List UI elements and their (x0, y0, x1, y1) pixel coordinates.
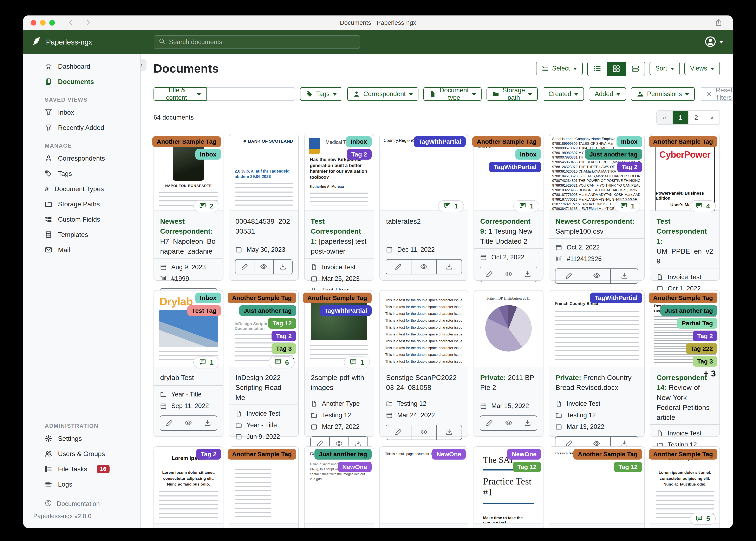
document-card[interactable]: Contact Sheet DemoGiven a set of image f… (304, 446, 374, 528)
tag-another-sample-tag[interactable]: Another Sample Tag (649, 136, 717, 147)
tag-tag-222[interactable]: Tag 222 (686, 343, 718, 354)
sidebar-item-settings[interactable]: Settings (23, 431, 140, 446)
pagination-prev-button[interactable]: « (657, 111, 672, 124)
sidebar-item-document-types[interactable]: #Document Types (23, 181, 140, 197)
correspondent-prefix[interactable]: Test Correspondent 1: (657, 217, 707, 245)
sidebar-item-file-tasks[interactable]: File Tasks16 (23, 461, 140, 477)
document-card[interactable]: This is a test for the double space char… (379, 290, 468, 437)
tag-inbox[interactable]: Inbox (346, 136, 372, 147)
edit-button[interactable] (555, 269, 583, 283)
tag-another-sample-tag[interactable]: Another Sample Tag (303, 292, 372, 303)
download-button[interactable] (610, 269, 638, 283)
tag-just-another-tag[interactable]: Just another tag (239, 305, 296, 316)
document-card[interactable]: This is a testAnother Sample TagTag 12 (549, 446, 645, 528)
tag-another-sample-tag[interactable]: Another Sample Tag (228, 292, 296, 303)
filter-correspondent-button[interactable]: Correspondent (347, 87, 418, 101)
tag-tag-2[interactable]: Tag 2 (617, 162, 642, 172)
document-card[interactable]: Country,Region/State,"TagWithPartial1tab… (379, 134, 468, 280)
document-card[interactable]: InDesign Scripting DocumentationAnother … (229, 290, 299, 437)
tag-tagwithpartial[interactable]: TagWithPartial (414, 136, 466, 147)
tag-tagwithpartial[interactable]: TagWithPartial (590, 292, 642, 303)
sidebar-item-users-groups[interactable]: Users & Groups (23, 446, 140, 461)
correspondent-prefix[interactable]: Correspondent 9: (480, 217, 530, 235)
view-mode-detail-button[interactable] (626, 62, 645, 76)
browser-forward-icon[interactable] (85, 19, 92, 27)
document-card[interactable]: French Country BreadTagWithPartialPrivat… (549, 290, 645, 437)
sidebar-item-dashboard[interactable]: Dashboard (23, 59, 140, 74)
download-button[interactable] (436, 260, 462, 274)
tag-tag-2[interactable]: Tag 2 (693, 331, 717, 341)
title-content-filter-input[interactable] (207, 87, 295, 101)
document-card[interactable]: ❖ BANK OF SCOTLAND2,0 % p. a. auf Ihr Ta… (229, 134, 299, 280)
views-button[interactable]: Views (684, 62, 720, 75)
tag-another-sample-tag[interactable]: Another Sample Tag (228, 449, 296, 460)
preview-button[interactable] (583, 269, 610, 283)
tag-tag-12[interactable]: Tag 12 (513, 462, 541, 472)
download-button[interactable] (518, 267, 537, 281)
close-window-button[interactable] (31, 20, 36, 26)
sidebar-item-mail[interactable]: Mail (23, 242, 140, 258)
download-button[interactable] (518, 416, 537, 430)
document-card[interactable]: DrylabInboxTest Tag1drylab TestYear - Ti… (154, 290, 223, 437)
preview-button[interactable] (411, 260, 436, 274)
document-card[interactable]: Review of Arbitral Awards Shows Swift Re… (650, 290, 720, 437)
sidebar-item-storage-paths[interactable]: Storage Paths (23, 197, 140, 212)
tag-newone[interactable]: NewOne (507, 449, 541, 460)
view-mode-grid-button[interactable] (607, 62, 626, 76)
tag-tag-3[interactable]: Tag 3 (693, 356, 717, 367)
tag-inbox[interactable]: Inbox (617, 136, 642, 147)
preview-button[interactable] (179, 416, 198, 430)
correspondent-prefix[interactable]: Test Correspondent 1: (311, 217, 361, 245)
zoom-window-button[interactable] (49, 20, 55, 26)
document-card[interactable]: Test NameAnother Sample Tag (229, 446, 299, 528)
filter-storage-path-button[interactable]: Storage path (487, 87, 538, 101)
pagination-next-button[interactable]: » (704, 111, 719, 124)
sidebar-item-custom-fields[interactable]: Custom Fields (23, 212, 140, 227)
tag-inbox[interactable]: Inbox (195, 292, 221, 303)
filter-document-type-button[interactable]: Document type (423, 87, 481, 101)
tag-another-sample-tag[interactable]: Another Sample Tag (649, 292, 717, 303)
document-card[interactable]: NAPOLEON BONAPARTEAnother Sample TagInbo… (154, 134, 223, 280)
edit-button[interactable] (480, 267, 499, 281)
preview-button[interactable] (499, 267, 518, 281)
sidebar-item-correspondents[interactable]: Correspondents (23, 151, 140, 166)
tag-inbox[interactable]: Inbox (195, 149, 221, 160)
documentation-link[interactable]: Documentation (23, 497, 140, 510)
edit-button[interactable] (480, 416, 499, 430)
edit-button[interactable] (160, 416, 179, 430)
document-card[interactable]: Lorem ipsumLorem ipsum dolor sit amet, c… (650, 446, 720, 528)
tag-tag-12[interactable]: Tag 12 (268, 318, 296, 329)
minimize-window-button[interactable] (40, 20, 46, 26)
correspondent-prefix[interactable]: Private: (555, 373, 581, 381)
tag-another-sample-tag[interactable]: Another Sample Tag (573, 449, 642, 460)
sort-button[interactable]: Sort (650, 62, 680, 75)
document-card[interactable]: CyberPowerPowerPanel® Business EditionUs… (650, 134, 720, 280)
pagination-page-1[interactable]: 1 (672, 111, 688, 124)
pagination-page-2[interactable]: 2 (688, 111, 704, 124)
tag-tag-12[interactable]: Tag 12 (614, 462, 642, 472)
correspondent-prefix[interactable]: Newest Correspondent: (555, 217, 635, 225)
tag-tag-2[interactable]: Tag 2 (272, 331, 296, 341)
document-card[interactable]: Another Sample TagTagWithPartial12sample… (304, 290, 374, 437)
document-card[interactable]: Patient BP Distribution 2011Private: 201… (474, 290, 543, 437)
filter-title-content-button[interactable]: Title & content (154, 87, 207, 101)
tag-inbox[interactable]: Inbox (515, 149, 541, 160)
document-card[interactable]: Medical TeacherHas the new Kirkpatrick g… (304, 134, 374, 280)
tag-just-another-tag[interactable]: Just another tag (585, 149, 642, 160)
tag-newone[interactable]: NewOne (338, 462, 372, 472)
tag-just-another-tag[interactable]: Just another tag (660, 305, 717, 316)
share-icon[interactable] (715, 19, 723, 27)
filter-permissions-button[interactable]: Permissions (631, 87, 695, 101)
preview-button[interactable] (411, 425, 436, 440)
tag-tagwithpartial[interactable]: TagWithPartial (320, 305, 372, 316)
tag-tag-3[interactable]: Tag 3 (272, 343, 296, 354)
edit-button[interactable] (386, 260, 411, 274)
edit-button[interactable] (235, 260, 254, 274)
tag-another-sample-tag[interactable]: Another Sample Tag (649, 449, 717, 460)
tag-tag-2[interactable]: Tag 2 (347, 149, 372, 160)
filter-created-button[interactable]: Created (543, 87, 584, 101)
account-menu[interactable] (705, 36, 723, 48)
correspondent-prefix[interactable]: Private: (480, 373, 506, 381)
sidebar-item-documents[interactable]: Documents (23, 74, 140, 89)
tag-test-tag[interactable]: Test Tag (187, 305, 221, 316)
